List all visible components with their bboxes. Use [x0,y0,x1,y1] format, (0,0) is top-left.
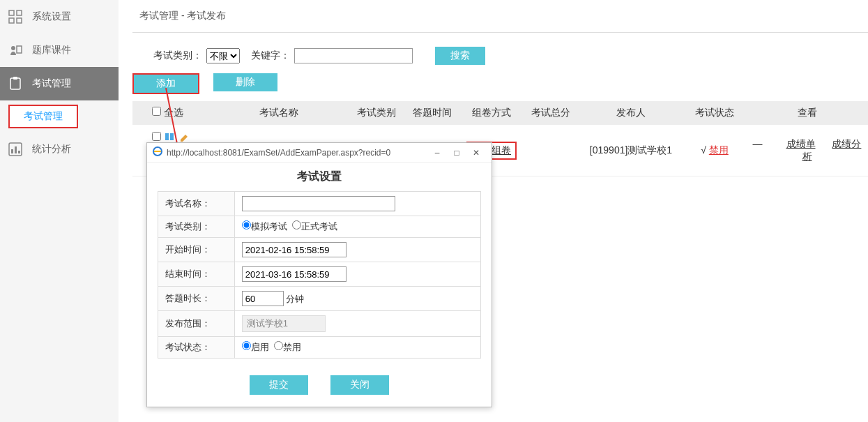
svg-rect-9 [11,149,13,153]
search-button[interactable]: 搜索 [435,47,485,65]
svg-rect-1 [17,10,22,15]
page-title: 考试管理 - 考试发布 [132,0,868,32]
delete-button[interactable]: 删除 [213,73,277,91]
sidebar-item-system-settings[interactable]: 系统设置 [0,0,119,33]
sidebar-sub-label: 考试管理 [24,110,63,121]
keyword-input[interactable] [294,48,413,63]
svg-rect-6 [10,78,20,89]
sidebar-item-label: 考试管理 [32,77,71,90]
start-time-input[interactable] [242,242,347,257]
radio-formal-wrap[interactable]: 正式考试 [292,221,337,232]
sidebar: 系统设置 题库课件 考试管理 考试管理 统计分析 [0,0,119,422]
close-window-button[interactable]: ✕ [466,148,486,158]
label-start: 开始时间： [158,238,234,262]
cell-total-score [523,125,579,176]
exam-settings-popup: http://localhost:8081/ExamSet/AddExamPap… [146,142,492,407]
duration-input[interactable] [242,291,284,306]
category-label: 考试类别： [153,50,202,62]
category-select[interactable]: 不限 [206,48,240,63]
add-button[interactable]: 添加 [134,75,198,93]
svg-rect-7 [13,77,17,80]
th-total-score: 考试总分 [523,101,579,125]
row-checkbox[interactable] [152,132,161,141]
popup-heading: 考试设置 [147,163,492,191]
popup-titlebar[interactable]: http://localhost:8081/ExamSet/AddExamPap… [147,143,492,163]
label-scope: 发布范围： [158,311,234,337]
sidebar-item-label: 题库课件 [32,44,71,56]
th-status: 考试状态 [683,101,746,125]
radio-mock-wrap[interactable]: 模拟考试 [242,221,287,232]
th-duration: 答题时间 [404,101,460,125]
scope-readonly: 测试学校1 [242,315,326,332]
end-time-input[interactable] [242,266,347,282]
clipboard-icon [7,75,24,92]
duration-unit: 分钟 [286,294,304,304]
sidebar-item-statistics[interactable]: 统计分析 [0,133,119,166]
stats-icon [7,141,24,158]
cell-dash: — [753,138,763,149]
radio-enable[interactable] [242,341,251,350]
popup-actions: 提交 关闭 [147,359,492,395]
action-row: 添加 删除 [132,73,868,101]
status-check: √ [701,144,706,156]
svg-rect-11 [18,151,20,153]
radio-enable-wrap[interactable]: 启用 [242,342,269,352]
label-duration: 答题时长： [158,287,234,311]
submit-button[interactable]: 提交 [250,375,308,395]
add-button-highlight: 添加 [132,73,199,94]
popup-url: http://localhost:8081/ExamSet/AddExamPap… [167,148,390,158]
svg-rect-3 [17,18,22,23]
svg-rect-5 [17,46,22,53]
th-name: 考试名称 [209,101,349,125]
sidebar-item-exam-management[interactable]: 考试管理 [0,67,119,100]
table-header-row: 全选 考试名称 考试类别 答题时间 组卷方式 考试总分 发布人 考试状态 查看 [132,101,868,125]
th-category: 考试类别 [349,101,404,125]
label-category: 考试类别： [158,216,234,238]
user-board-icon [7,42,24,59]
svg-rect-10 [15,146,17,153]
th-view: 查看 [746,101,868,125]
svg-rect-0 [9,10,14,15]
label-exam-name: 考试名称： [158,192,234,216]
select-all-checkbox[interactable] [152,107,161,116]
sidebar-item-label: 统计分析 [32,143,71,156]
svg-point-4 [11,46,15,50]
search-row: 考试类别： 不限 关键字： 搜索 [132,44,868,73]
svg-rect-2 [9,18,14,23]
link-score-sheet[interactable]: 成绩单 [786,138,816,149]
cell-publisher: [019901]测试学校1 [579,125,683,176]
minimize-button[interactable]: – [427,148,447,158]
radio-mock[interactable] [242,220,251,229]
sidebar-sub-exam-management[interactable]: 考试管理 [8,105,78,128]
radio-formal[interactable] [292,220,301,229]
keyword-label: 关键字： [251,50,290,62]
sidebar-item-question-bank[interactable]: 题库课件 [0,33,119,67]
radio-disable[interactable] [274,341,283,350]
label-end: 结束时间： [158,262,234,287]
cell-status[interactable]: 禁用 [709,144,729,156]
ie-icon [153,146,162,158]
exam-name-input[interactable] [242,196,395,211]
th-publisher: 发布人 [579,101,683,125]
label-status: 考试状态： [158,337,234,359]
grid-icon [7,8,24,25]
th-paper-mode: 组卷方式 [460,101,523,125]
divider [132,32,868,33]
close-button[interactable]: 关闭 [330,375,389,395]
select-all-label: 全选 [164,107,183,118]
maximize-button[interactable]: □ [447,148,466,158]
sidebar-item-label: 系统设置 [32,10,71,23]
exam-form: 考试名称： 考试类别： 模拟考试 正式考试 开始时间： 结束时间： 答题时长： … [158,191,481,359]
radio-disable-wrap[interactable]: 禁用 [274,342,301,352]
